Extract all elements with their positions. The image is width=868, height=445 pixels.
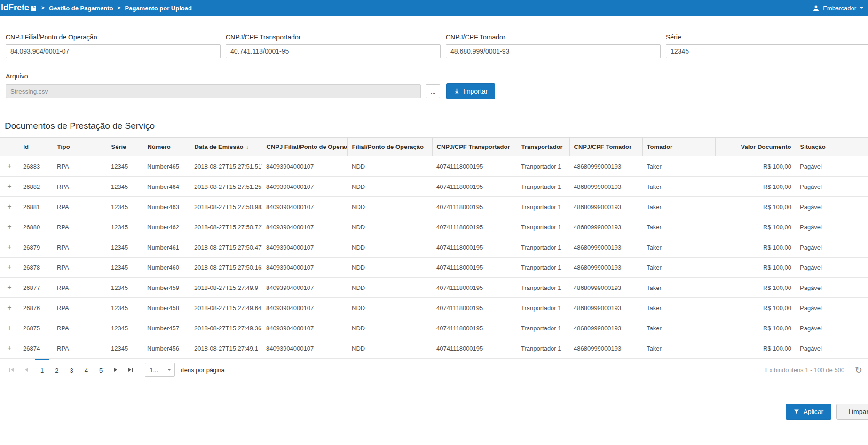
cell-transportador: Tranportador 1	[517, 237, 569, 258]
cell-transportador: Tranportador 1	[517, 258, 569, 278]
column-header-data-de-emissao[interactable]: Data de Emissão↓	[190, 138, 262, 156]
table-row[interactable]: +26874RPA12345Number4562018-08-27T15:27:…	[0, 338, 868, 359]
cell-serie: 12345	[107, 338, 143, 359]
expand-row-button[interactable]: +	[0, 243, 19, 251]
cell-filial-ponto-de-operacao: NDD	[347, 298, 432, 318]
cell-transportador: Tranportador 1	[517, 197, 569, 217]
column-header-situacao[interactable]: Situação	[796, 138, 868, 156]
column-header-cnpj-filial-ponto-de-operacao[interactable]: CNPJ Filial/Ponto de Operaç...	[262, 138, 347, 156]
table-row[interactable]: +26876RPA12345Number4582018-08-27T15:27:…	[0, 298, 868, 318]
cell-tipo: RPA	[53, 177, 107, 197]
table-row[interactable]: +26879RPA12345Number4612018-08-27T15:27:…	[0, 237, 868, 258]
cell-data-de-emissao: 2018-08-27T15:27:50.477	[190, 237, 262, 258]
cell-id: 26880	[19, 217, 53, 237]
refresh-icon[interactable]: ↻	[855, 366, 862, 375]
import-button[interactable]: Importar	[446, 83, 495, 99]
column-header-serie[interactable]: Série	[107, 138, 143, 156]
cell-cnpj-cpf-tomador: 48680999000193	[569, 298, 642, 318]
documents-table: IdTipoSérieNúmeroData de Emissão↓CNPJ Fi…	[0, 137, 868, 359]
table-row[interactable]: +26883RPA12345Number4652018-08-27T15:27:…	[0, 156, 868, 177]
cell-filial-ponto-de-operacao: NDD	[347, 258, 432, 278]
pager-next-button[interactable]	[108, 359, 123, 381]
cell-tomador: Taker	[642, 217, 715, 237]
page-size-select[interactable]: 1...	[145, 363, 175, 377]
cell-situacao: Pagável	[796, 156, 868, 177]
cnpj-tomador-input[interactable]	[446, 44, 661, 58]
browse-file-button[interactable]: ...	[426, 84, 440, 98]
cell-data-de-emissao: 2018-08-27T15:27:49.647	[190, 298, 262, 318]
breadcrumb-item-gestao-de-pagamento[interactable]: Gestão de Pagamento	[49, 5, 113, 12]
expand-row-button[interactable]: +	[0, 304, 19, 312]
column-header-tipo[interactable]: Tipo	[53, 138, 107, 156]
breadcrumb-item-pagamento-por-upload[interactable]: Pagamento por Upload	[125, 5, 192, 12]
cell-numero: Number463	[143, 197, 190, 217]
expand-row-button[interactable]: +	[0, 283, 19, 292]
table-row[interactable]: +26882RPA12345Number4642018-08-27T15:27:…	[0, 177, 868, 197]
table-row[interactable]: +26877RPA12345Number4592018-08-27T15:27:…	[0, 278, 868, 298]
expand-cell: +	[0, 177, 19, 197]
expand-column-header	[0, 138, 19, 156]
sort-desc-icon: ↓	[246, 144, 249, 150]
cell-transportador: Tranportador 1	[517, 318, 569, 338]
column-header-filial-ponto-de-operacao[interactable]: Filial/Ponto de Operação	[347, 138, 432, 156]
serie-input[interactable]	[666, 44, 868, 58]
cell-tipo: RPA	[53, 278, 107, 298]
chevron-down-icon	[860, 7, 863, 9]
column-header-transportador[interactable]: Transportador	[517, 138, 569, 156]
column-header-valor-documento[interactable]: Valor Documento	[715, 138, 796, 156]
pager-page-3[interactable]: 3	[64, 359, 79, 381]
cell-data-de-emissao: 2018-08-27T15:27:51.257	[190, 177, 262, 197]
cell-data-de-emissao: 2018-08-27T15:27:50.163	[190, 258, 262, 278]
cell-situacao: Pagável	[796, 258, 868, 278]
column-header-tomador[interactable]: Tomador	[642, 138, 715, 156]
cell-numero: Number460	[143, 258, 190, 278]
expand-row-button[interactable]: +	[0, 263, 19, 272]
column-header-id[interactable]: Id	[19, 138, 53, 156]
cell-cnpj-filial-ponto-de-operacao: 84093904000107	[262, 237, 347, 258]
cell-cnpj-cpf-tomador: 48680999000193	[569, 177, 642, 197]
cnpj-filial-input[interactable]	[6, 44, 221, 58]
table-row[interactable]: +26880RPA12345Number4622018-08-27T15:27:…	[0, 217, 868, 237]
pager-page-4[interactable]: 4	[79, 359, 94, 381]
table-row[interactable]: +26881RPA12345Number4632018-08-27T15:27:…	[0, 197, 868, 217]
column-header-cnpj-cpf-tomador[interactable]: CNPJ/CPF Tomador	[569, 138, 642, 156]
cell-transportador: Tranportador 1	[517, 298, 569, 318]
expand-row-button[interactable]: +	[0, 223, 19, 231]
apply-button[interactable]: Aplicar	[786, 404, 831, 420]
cell-tipo: RPA	[53, 298, 107, 318]
cell-tomador: Taker	[642, 298, 715, 318]
user-menu[interactable]: Embarcador	[813, 5, 864, 12]
expand-row-button[interactable]: +	[0, 182, 19, 191]
breadcrumb-separator-icon: >	[118, 5, 121, 11]
cell-tipo: RPA	[53, 197, 107, 217]
cell-serie: 12345	[107, 298, 143, 318]
cnpj-transportador-input[interactable]	[226, 44, 441, 58]
expand-row-button[interactable]: +	[0, 203, 19, 211]
app-logo[interactable]: ldFrete	[1, 3, 36, 13]
table-row[interactable]: +26875RPA12345Number4572018-08-27T15:27:…	[0, 318, 868, 338]
expand-row-button[interactable]: +	[0, 324, 19, 332]
column-header-cnpj-cpf-transportador[interactable]: CNPJ/CPF Transportador	[432, 138, 517, 156]
download-icon	[454, 88, 460, 94]
column-header-numero[interactable]: Número	[143, 138, 190, 156]
pager-last-button[interactable]	[123, 359, 138, 381]
clear-button[interactable]: Limpar	[836, 404, 868, 420]
cell-cnpj-filial-ponto-de-operacao: 84093904000107	[262, 217, 347, 237]
cell-filial-ponto-de-operacao: NDD	[347, 318, 432, 338]
cell-cnpj-cpf-transportador: 40741118000195	[432, 338, 517, 359]
expand-row-button[interactable]: +	[0, 162, 19, 171]
pager-page-1[interactable]: 1	[35, 359, 49, 381]
cell-cnpj-cpf-transportador: 40741118000195	[432, 278, 517, 298]
cell-cnpj-cpf-transportador: 40741118000195	[432, 318, 517, 338]
expand-row-button[interactable]: +	[0, 344, 19, 352]
expand-cell: +	[0, 156, 19, 177]
user-icon	[813, 5, 820, 12]
cell-tomador: Taker	[642, 156, 715, 177]
cell-cnpj-filial-ponto-de-operacao: 84093904000107	[262, 338, 347, 359]
cell-valor-documento: R$ 100,00	[715, 258, 796, 278]
cell-serie: 12345	[107, 197, 143, 217]
pager-page-5[interactable]: 5	[94, 359, 108, 381]
cell-cnpj-filial-ponto-de-operacao: 84093904000107	[262, 298, 347, 318]
pager-page-2[interactable]: 2	[49, 359, 64, 381]
table-row[interactable]: +26878RPA12345Number4602018-08-27T15:27:…	[0, 258, 868, 278]
